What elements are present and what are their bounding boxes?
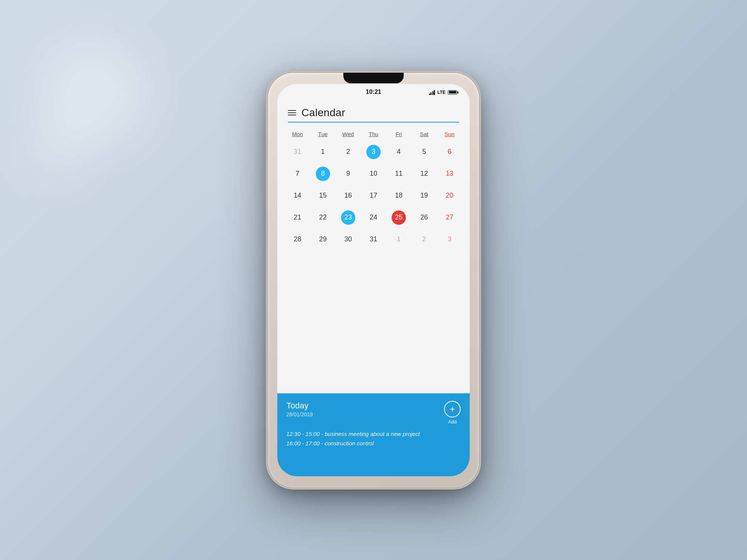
- cal-day-3-w0[interactable]: 3: [361, 142, 386, 162]
- day-header-wed: Wed: [335, 129, 361, 139]
- add-button[interactable]: + Add: [444, 401, 461, 425]
- cal-day-1-w0[interactable]: 1: [310, 142, 335, 162]
- cal-day-11-w1[interactable]: 11: [386, 164, 412, 184]
- app-content: Calendar Mon Tue Wed Thu Fri Sat Sun: [277, 101, 470, 476]
- battery-fill: [449, 91, 456, 94]
- phone-device: 10:21 LTE: [268, 73, 479, 488]
- day-header-thu: Thu: [361, 129, 386, 139]
- cal-day-2-w4[interactable]: 2: [412, 229, 437, 250]
- cal-day-25-w3[interactable]: 25: [386, 207, 412, 228]
- phone-screen: 10:21 LTE: [277, 84, 470, 476]
- day-header-mon: Mon: [285, 129, 310, 139]
- cal-day-27-w3[interactable]: 27: [437, 207, 462, 228]
- cal-day-31-w4[interactable]: 31: [361, 229, 386, 250]
- status-icons: LTE: [429, 90, 458, 95]
- today-label: Today: [286, 401, 313, 411]
- day-headers: Mon Tue Wed Thu Fri Sat Sun: [285, 129, 462, 139]
- cal-day-7-w1[interactable]: 7: [285, 164, 310, 184]
- day-header-tue: Tue: [310, 129, 335, 139]
- today-info: Today 28/01/2019: [286, 401, 313, 417]
- cal-day-24-w3[interactable]: 24: [361, 207, 386, 228]
- event-item-1[interactable]: 12:30 - 15:00 - business meeting about a…: [286, 431, 461, 437]
- day-header-sat: Sat: [412, 129, 437, 139]
- app-header: Calendar: [277, 101, 470, 126]
- header-row: Calendar: [288, 107, 459, 119]
- cal-day-1-w4[interactable]: 1: [386, 229, 412, 250]
- header-underline: [288, 122, 459, 123]
- bottom-panel: Today 28/01/2019 + Add 12:30 - 15:00 - b…: [277, 393, 470, 476]
- battery-tip: [457, 91, 458, 94]
- cal-day-19-w2[interactable]: 19: [412, 186, 437, 206]
- bokeh-2: [19, 113, 94, 189]
- signal-icon: [429, 90, 435, 95]
- phone-notch: [343, 73, 404, 83]
- cal-day-18-w2[interactable]: 18: [386, 186, 412, 206]
- cal-day-8-w1[interactable]: 8: [310, 164, 335, 184]
- add-circle-icon: +: [444, 401, 461, 417]
- cal-day-5-w0[interactable]: 5: [412, 142, 437, 162]
- add-label: Add: [448, 419, 456, 425]
- event-item-2[interactable]: 16:00 - 17:00 - construction control: [286, 440, 461, 446]
- cal-day-23-w3[interactable]: 23: [335, 207, 361, 228]
- cal-day-17-w2[interactable]: 17: [361, 186, 386, 206]
- cal-day-28-w4[interactable]: 28: [285, 229, 310, 250]
- cal-day-12-w1[interactable]: 12: [412, 164, 437, 184]
- cal-day-13-w1[interactable]: 13: [437, 164, 462, 184]
- bottom-header: Today 28/01/2019 + Add: [286, 401, 461, 425]
- menu-icon[interactable]: [288, 110, 296, 115]
- cal-day-15-w2[interactable]: 15: [310, 186, 335, 206]
- cal-day-26-w3[interactable]: 26: [412, 207, 437, 228]
- cal-day-14-w2[interactable]: 14: [285, 186, 310, 206]
- today-date: 28/01/2019: [286, 411, 313, 417]
- cal-day-30-w4[interactable]: 30: [335, 229, 361, 250]
- cal-day-29-w4[interactable]: 29: [310, 229, 335, 250]
- cal-day-10-w1[interactable]: 10: [361, 164, 386, 184]
- calendar-grid: 3112345678910111213141516171819202122232…: [285, 142, 462, 250]
- cal-day-3-w4[interactable]: 3: [437, 229, 462, 250]
- cal-day-2-w0[interactable]: 2: [335, 142, 361, 162]
- cal-day-20-w2[interactable]: 20: [437, 186, 462, 206]
- calendar-area: Mon Tue Wed Thu Fri Sat Sun 311234567891…: [277, 126, 470, 393]
- lte-label: LTE: [437, 90, 446, 95]
- cal-day-22-w3[interactable]: 22: [310, 207, 335, 228]
- event-list: 12:30 - 15:00 - business meeting about a…: [286, 431, 461, 446]
- cal-day-6-w0[interactable]: 6: [437, 142, 462, 162]
- app-title: Calendar: [301, 107, 345, 119]
- cal-day-31-w0[interactable]: 31: [285, 142, 310, 162]
- cal-day-9-w1[interactable]: 9: [335, 164, 361, 184]
- status-time: 10:21: [366, 89, 381, 95]
- cal-day-21-w3[interactable]: 21: [285, 207, 310, 228]
- cal-day-16-w2[interactable]: 16: [335, 186, 361, 206]
- day-header-fri: Fri: [386, 129, 412, 139]
- cal-day-4-w0[interactable]: 4: [386, 142, 412, 162]
- day-header-sun: Sun: [437, 129, 462, 139]
- status-bar: 10:21 LTE: [277, 84, 470, 101]
- battery-icon: [448, 90, 458, 95]
